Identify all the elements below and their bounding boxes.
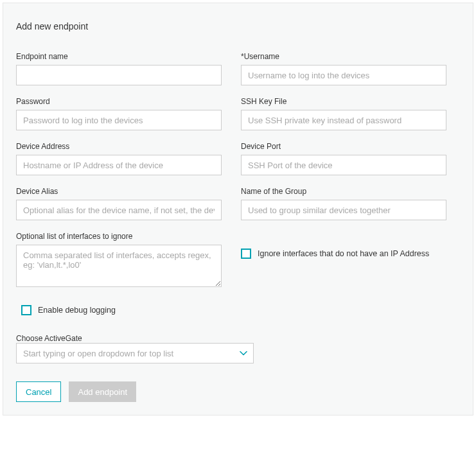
activegate-dropdown[interactable]: Start typing or open dropdown for top li… xyxy=(16,343,254,363)
ignore-no-ip-checkbox-wrap[interactable]: Ignore interfaces that do not have an IP… xyxy=(241,245,446,259)
password-input[interactable] xyxy=(16,110,222,130)
ignore-interfaces-textarea[interactable] xyxy=(16,245,222,287)
add-endpoint-panel: Add new endpoint Endpoint name *Username… xyxy=(3,3,473,415)
cancel-button[interactable]: Cancel xyxy=(16,381,61,402)
ignore-interfaces-field-group: Optional list of interfaces to ignore xyxy=(16,232,222,287)
form-row: Optional list of interfaces to ignore Ig… xyxy=(16,232,460,287)
device-port-input[interactable] xyxy=(241,155,446,175)
button-row: Cancel Add endpoint xyxy=(16,381,460,402)
activegate-field-group: Choose ActiveGate Start typing or open d… xyxy=(16,333,254,363)
device-port-label: Device Port xyxy=(241,142,446,151)
device-port-field-group: Device Port xyxy=(241,142,446,175)
panel-title: Add new endpoint xyxy=(16,21,460,31)
ssh-key-field-group: SSH Key File xyxy=(241,97,446,130)
form-row: Password SSH Key File xyxy=(16,97,460,130)
endpoint-name-label: Endpoint name xyxy=(16,52,222,61)
group-name-input[interactable] xyxy=(241,200,446,220)
form-row: Device Address Device Port xyxy=(16,142,460,175)
debug-logging-checkbox-label: Enable debug logging xyxy=(38,306,116,315)
ignore-interfaces-label: Optional list of interfaces to ignore xyxy=(16,232,222,241)
activegate-label: Choose ActiveGate xyxy=(16,334,82,343)
form-row: Endpoint name *Username xyxy=(16,52,460,85)
device-alias-input[interactable] xyxy=(16,200,222,220)
ssh-key-label: SSH Key File xyxy=(241,97,446,106)
debug-logging-checkbox-wrap[interactable]: Enable debug logging xyxy=(16,305,460,315)
form-row: Device Alias Name of the Group xyxy=(16,187,460,220)
username-input[interactable] xyxy=(241,65,446,85)
password-label: Password xyxy=(16,97,222,106)
group-name-field-group: Name of the Group xyxy=(241,187,446,220)
checkbox-icon xyxy=(241,249,251,259)
activegate-dropdown-value: Start typing or open dropdown for top li… xyxy=(16,343,254,363)
endpoint-name-field-group: Endpoint name xyxy=(16,52,222,85)
device-address-input[interactable] xyxy=(16,155,222,175)
checkbox-icon xyxy=(21,305,31,315)
group-name-label: Name of the Group xyxy=(241,187,446,196)
username-label: *Username xyxy=(241,52,446,61)
add-endpoint-button[interactable]: Add endpoint xyxy=(69,381,136,402)
endpoint-name-input[interactable] xyxy=(16,65,222,85)
ignore-no-ip-group: Ignore interfaces that do not have an IP… xyxy=(241,232,446,287)
username-field-group: *Username xyxy=(241,52,446,85)
device-alias-label: Device Alias xyxy=(16,187,222,196)
ssh-key-input[interactable] xyxy=(241,110,446,130)
device-address-field-group: Device Address xyxy=(16,142,222,175)
ignore-no-ip-checkbox-label: Ignore interfaces that do not have an IP… xyxy=(258,249,429,258)
device-address-label: Device Address xyxy=(16,142,222,151)
device-alias-field-group: Device Alias xyxy=(16,187,222,220)
password-field-group: Password xyxy=(16,97,222,130)
